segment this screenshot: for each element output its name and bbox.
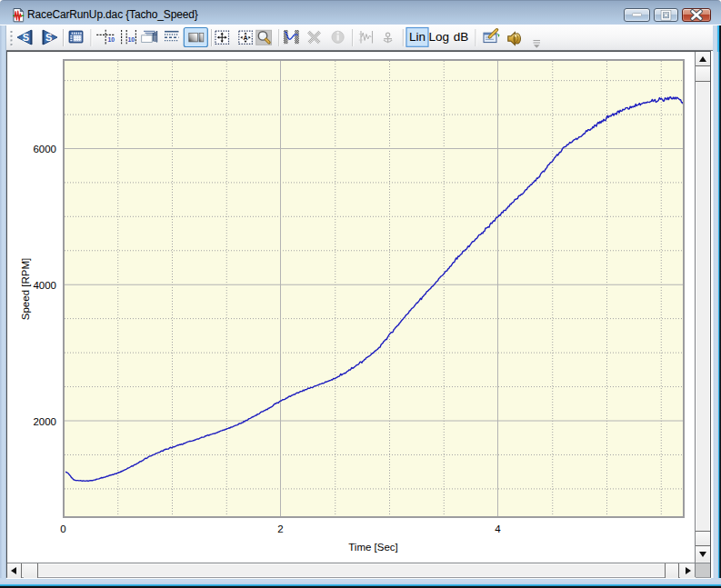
svg-text:0: 0 bbox=[60, 523, 65, 534]
svg-text:Time [Sec]: Time [Sec] bbox=[348, 542, 398, 553]
svg-text:10: 10 bbox=[108, 36, 115, 43]
svg-text:Log: Log bbox=[429, 30, 450, 44]
svg-text:4: 4 bbox=[495, 523, 501, 534]
svg-text:A: A bbox=[243, 35, 247, 41]
svg-text:Lin: Lin bbox=[409, 30, 426, 44]
svg-text:Speed [RPM]: Speed [RPM] bbox=[20, 258, 31, 320]
svg-text:S: S bbox=[23, 32, 29, 43]
svg-text:S: S bbox=[45, 32, 52, 43]
svg-text:10: 10 bbox=[128, 36, 135, 43]
svg-text:dB: dB bbox=[454, 30, 469, 44]
svg-text:6000: 6000 bbox=[33, 144, 56, 154]
svg-text:2000: 2000 bbox=[33, 416, 56, 427]
svg-text:2: 2 bbox=[277, 523, 283, 534]
svg-text:4000: 4000 bbox=[33, 280, 56, 291]
